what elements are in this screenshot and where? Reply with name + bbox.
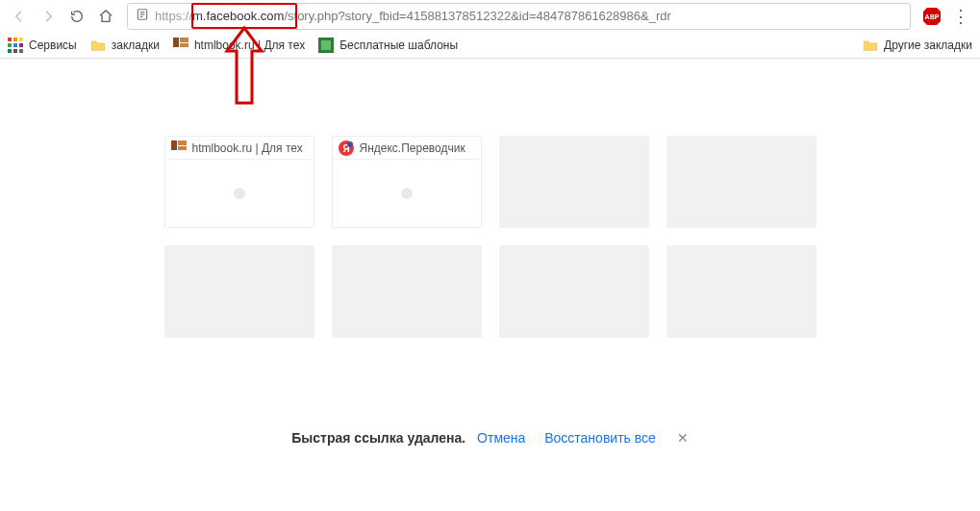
url-text: https://m.facebook.com/story.php?story_f… bbox=[155, 9, 671, 23]
bookmark-label: htmlbook.ru | Для тех bbox=[194, 38, 305, 52]
folder-icon bbox=[863, 38, 878, 53]
speed-dial-tile[interactable] bbox=[499, 245, 649, 338]
site-favicon bbox=[318, 38, 334, 53]
bookmark-item[interactable]: htmlbook.ru | Для тех bbox=[173, 38, 305, 53]
browser-toolbar: https://m.facebook.com/story.php?story_f… bbox=[0, 0, 980, 32]
new-tab-content: htmlbook.ru | Для тех Я Яндекс.Переводчи… bbox=[0, 59, 980, 511]
bookmark-label: Бесплатные шаблоны bbox=[339, 38, 458, 52]
home-button[interactable] bbox=[92, 3, 119, 30]
svg-text:ABP: ABP bbox=[925, 13, 940, 20]
speed-dial-tile[interactable] bbox=[666, 245, 817, 338]
tile-label: Яндекс.Переводчик bbox=[360, 141, 465, 155]
site-favicon: Я bbox=[339, 141, 354, 156]
close-icon[interactable]: ✕ bbox=[677, 430, 689, 446]
loading-dot bbox=[401, 188, 413, 199]
bookmark-item[interactable]: закладки bbox=[90, 38, 160, 53]
tile-label: htmlbook.ru | Для тех bbox=[192, 141, 303, 155]
undo-cancel-link[interactable]: Отмена bbox=[477, 430, 525, 446]
undo-restore-link[interactable]: Восстановить все bbox=[544, 430, 656, 446]
loading-dot bbox=[234, 188, 245, 199]
svg-point-9 bbox=[347, 141, 353, 147]
apps-icon bbox=[8, 38, 23, 53]
forward-button[interactable] bbox=[35, 3, 62, 30]
other-bookmarks[interactable]: Другие закладки bbox=[863, 38, 972, 53]
speed-dial-tile[interactable] bbox=[164, 245, 314, 338]
undo-bar: Быстрая ссылка удалена. Отмена Восстанов… bbox=[0, 430, 980, 446]
bookmark-label: закладки bbox=[112, 38, 160, 52]
bookmark-item[interactable]: Бесплатные шаблоны bbox=[318, 38, 458, 53]
folder-icon bbox=[90, 38, 106, 53]
speed-dial-tile[interactable] bbox=[499, 136, 649, 228]
bookmarks-bar: Сервисы закладки htmlbook.ru | Для тех Б… bbox=[0, 32, 980, 59]
site-favicon bbox=[173, 38, 188, 53]
back-button[interactable] bbox=[6, 3, 33, 30]
other-bookmarks-label: Другие закладки bbox=[884, 38, 972, 52]
speed-dial-grid: htmlbook.ru | Для тех Я Яндекс.Переводчи… bbox=[163, 136, 817, 338]
speed-dial-tile[interactable] bbox=[332, 245, 482, 338]
site-info-icon[interactable] bbox=[136, 8, 149, 24]
site-favicon bbox=[171, 141, 187, 156]
reload-button[interactable] bbox=[63, 3, 90, 30]
browser-menu-button[interactable]: ⋮ bbox=[947, 3, 974, 30]
svg-rect-6 bbox=[321, 40, 331, 50]
speed-dial-tile[interactable]: htmlbook.ru | Для тех bbox=[164, 136, 314, 228]
undo-message: Быстрая ссылка удалена. bbox=[291, 430, 465, 446]
speed-dial-tile[interactable] bbox=[666, 136, 817, 228]
apps-label: Сервисы bbox=[29, 38, 77, 52]
apps-shortcut[interactable]: Сервисы bbox=[8, 38, 77, 53]
abp-extension-icon[interactable]: ABP bbox=[918, 3, 945, 30]
address-bar[interactable]: https://m.facebook.com/story.php?story_f… bbox=[127, 3, 911, 30]
speed-dial-tile[interactable]: Я Яндекс.Переводчик bbox=[332, 136, 482, 228]
